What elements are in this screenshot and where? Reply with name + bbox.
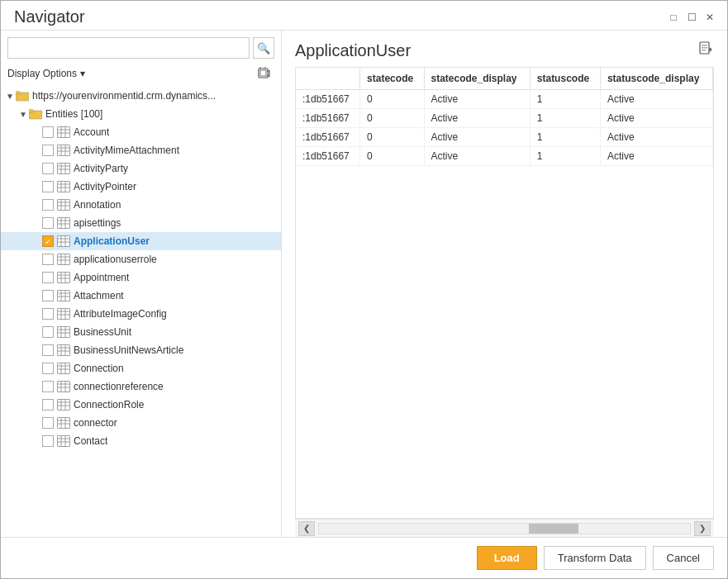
svg-rect-45 <box>58 254 70 265</box>
tree-item-checkbox[interactable] <box>42 254 54 265</box>
tree-item-ConnectionRole[interactable]: ConnectionRole <box>1 396 281 414</box>
table-icon <box>57 326 70 338</box>
table-cell: Active <box>424 147 530 166</box>
tree-item-checkbox[interactable] <box>42 435 54 447</box>
left-panel: 🔍 Display Options ▾ <box>1 31 282 537</box>
minimize-button[interactable]: □ <box>666 10 681 25</box>
svg-rect-10 <box>58 127 70 138</box>
tree-item-label: Account <box>74 126 109 138</box>
table-cell: Active <box>600 90 712 109</box>
tree-item-checkbox[interactable] <box>42 145 54 156</box>
tree-item-Account[interactable]: Account <box>1 123 281 141</box>
scroll-track[interactable] <box>318 523 691 534</box>
tree-item-checkbox[interactable] <box>42 363 54 374</box>
table-cell: 0 <box>360 147 424 166</box>
table-icon <box>57 272 70 283</box>
table-icon <box>57 235 70 247</box>
tree-item-checkbox[interactable] <box>42 344 54 356</box>
tree-item-BusinessUnit[interactable]: BusinessUnit <box>1 323 281 341</box>
search-button[interactable]: 🔍 <box>253 37 274 59</box>
tree-item-checkbox[interactable] <box>42 290 54 301</box>
tree-item-BusinessUnitNewsArticle[interactable]: BusinessUnitNewsArticle <box>1 341 281 359</box>
data-table-wrapper[interactable]: statecodestatecode_displaystatuscodestat… <box>295 67 714 519</box>
preview-title: ApplicationUser <box>295 41 411 60</box>
table-cell: 0 <box>360 90 424 109</box>
tree-item-checkbox[interactable] <box>42 181 54 192</box>
export-button[interactable] <box>697 40 714 60</box>
tree-item-checkbox[interactable] <box>42 217 54 229</box>
tree-item-checkbox[interactable] <box>42 199 54 211</box>
refresh-button[interactable] <box>255 64 274 83</box>
tree-item-root-url[interactable]: ▼ https://yourenvironmentid.crm.dynamics… <box>1 87 281 105</box>
tree-item-Contact[interactable]: Contact <box>1 432 281 450</box>
tree-item-ActivityMimeAttachment[interactable]: ActivityMimeAttachment <box>1 141 281 159</box>
folder-icon <box>16 90 29 102</box>
tree-item-checkbox[interactable] <box>42 163 54 174</box>
tree-item-checkbox[interactable] <box>42 326 54 338</box>
horizontal-scrollbar[interactable]: ❮ ❯ <box>295 519 714 537</box>
svg-rect-50 <box>58 273 70 283</box>
tree-item-Attachment[interactable]: Attachment <box>1 287 281 305</box>
table-row[interactable]: :1db516670Active1Active <box>296 90 713 109</box>
svg-rect-25 <box>58 182 70 192</box>
tree-item-label: Annotation <box>74 199 121 211</box>
tree-item-checkbox[interactable] <box>42 417 54 429</box>
scroll-right-arrow[interactable]: ❯ <box>694 521 711 536</box>
display-options-button[interactable]: Display Options ▾ <box>7 68 85 79</box>
table-row[interactable]: :1db516670Active1Active <box>296 109 713 128</box>
table-icon <box>57 181 70 192</box>
tree-item-AttributeImageConfig[interactable]: AttributeImageConfig <box>1 305 281 323</box>
scroll-left-arrow[interactable]: ❮ <box>298 521 315 536</box>
tree-item-checkbox[interactable]: ✓ <box>42 235 54 247</box>
tree-item-label: Connection <box>74 363 124 374</box>
load-button[interactable]: Load <box>477 546 537 570</box>
table-icon <box>57 145 70 156</box>
close-button[interactable]: ✕ <box>702 10 717 25</box>
scroll-thumb[interactable] <box>529 524 578 534</box>
table-cell: Active <box>424 90 530 109</box>
tree-item-checkbox[interactable] <box>42 381 54 392</box>
table-cell: Active <box>600 109 712 128</box>
tree-item-applicationuserrole[interactable]: applicationuserrole <box>1 250 281 268</box>
tree-item-checkbox[interactable] <box>42 272 54 283</box>
dialog-title: Navigator <box>14 7 85 26</box>
table-icon <box>57 254 70 265</box>
tree-item-entities[interactable]: ▼ Entities [100] <box>1 105 281 123</box>
table-icon <box>57 344 70 356</box>
folder-icon <box>29 108 42 120</box>
tree-item-label: applicationuserrole <box>74 254 157 265</box>
tree-item-ActivityPointer[interactable]: ActivityPointer <box>1 178 281 196</box>
tree-item-connectionreference[interactable]: connectionreference <box>1 377 281 396</box>
tree-item-checkbox[interactable] <box>42 308 54 320</box>
table-cell: 1 <box>530 109 600 128</box>
tree-container[interactable]: ▼ https://yourenvironmentid.crm.dynamics… <box>1 87 281 537</box>
table-cell: 1 <box>530 90 600 109</box>
search-input[interactable] <box>7 37 250 59</box>
tree-item-checkbox[interactable] <box>42 399 54 411</box>
tree-item-Annotation[interactable]: Annotation <box>1 196 281 214</box>
transform-data-button[interactable]: Transform Data <box>544 546 646 570</box>
tree-item-Connection[interactable]: Connection <box>1 359 281 377</box>
tree-item-ApplicationUser[interactable]: ✓ ApplicationUser <box>1 232 281 250</box>
table-row[interactable]: :1db516670Active1Active <box>296 128 713 147</box>
tree-item-ActivityParty[interactable]: ActivityParty <box>1 159 281 178</box>
cancel-button[interactable]: Cancel <box>653 546 714 570</box>
tree-item-label: https://yourenvironmentid.crm.dynamics..… <box>32 90 216 102</box>
table-cell: :1db51667 <box>296 109 360 128</box>
toggle-icon: ▼ <box>4 92 16 101</box>
tree-item-connector[interactable]: connector <box>1 414 281 432</box>
maximize-button[interactable]: ☐ <box>684 10 699 25</box>
svg-rect-90 <box>58 418 70 429</box>
content-area: 🔍 Display Options ▾ <box>1 30 727 537</box>
navigator-dialog: Navigator □ ☐ ✕ 🔍 Display Options ▾ <box>0 0 728 579</box>
tree-item-label: Contact <box>74 435 107 447</box>
svg-rect-6 <box>16 91 20 93</box>
svg-rect-9 <box>29 109 33 112</box>
table-icon <box>57 308 70 320</box>
search-bar: 🔍 <box>1 31 281 62</box>
footer: Load Transform Data Cancel <box>1 537 727 578</box>
tree-item-checkbox[interactable] <box>42 126 54 138</box>
table-row[interactable]: :1db516670Active1Active <box>296 147 713 166</box>
tree-item-Appointment[interactable]: Appointment <box>1 268 281 287</box>
tree-item-apisettings[interactable]: apisettings <box>1 214 281 232</box>
